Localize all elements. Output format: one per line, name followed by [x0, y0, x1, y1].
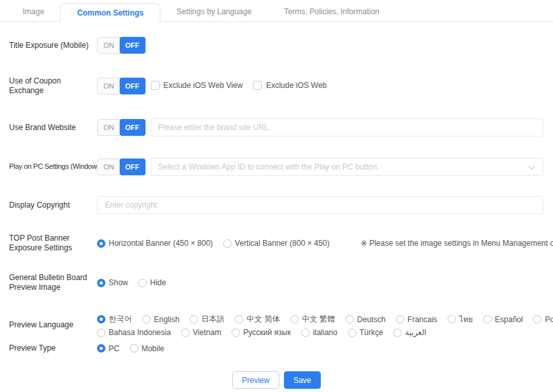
- radio-icon[interactable]: [232, 329, 240, 337]
- toggle-on-button[interactable]: ON: [97, 78, 121, 94]
- radio-option[interactable]: Русский язык: [232, 328, 291, 337]
- radio-label: Show: [109, 278, 128, 287]
- radio-option[interactable]: Show: [97, 278, 128, 287]
- preview-type-label: Preview Type: [9, 343, 97, 353]
- tab-settings-by-language[interactable]: Settings by Language: [160, 3, 268, 21]
- tab-terms-policies-information[interactable]: Terms, Policies, Information: [268, 3, 395, 21]
- row-bulletin-preview: General Bulletin Board Preview Image Sho…: [0, 273, 553, 292]
- radio-label: 한국어: [109, 314, 132, 325]
- radio-icon[interactable]: [483, 315, 492, 323]
- radio-icon[interactable]: [190, 315, 198, 323]
- save-button[interactable]: Save: [284, 371, 321, 389]
- radio-option[interactable]: 日本語: [190, 314, 224, 325]
- radio-label: Vertical Banner (800 × 450): [235, 239, 329, 248]
- preview-language-label: Preview Language: [9, 320, 97, 330]
- row-display-copyright: Display Copyright: [0, 196, 553, 214]
- toggle-off-button[interactable]: OFF: [120, 158, 146, 175]
- top-banner-label: TOP Post Banner Exposure Settings: [9, 234, 97, 253]
- toggle-off-button[interactable]: OFF: [120, 37, 146, 54]
- play-on-pc-toggle: ON OFF: [97, 158, 146, 175]
- brand-site-url-input[interactable]: [151, 118, 544, 136]
- radio-option[interactable]: Vietnam: [181, 328, 221, 337]
- radio-icon[interactable]: [130, 344, 138, 353]
- radio-icon[interactable]: [345, 315, 354, 323]
- radio-line: Horizontal Banner (450 × 800)Vertical Ba…: [97, 239, 340, 248]
- radio-icon[interactable]: [448, 315, 456, 323]
- radio-option[interactable]: ไทย: [448, 313, 473, 325]
- radio-icon[interactable]: [301, 329, 310, 337]
- radio-option[interactable]: Español: [483, 315, 523, 324]
- top-banner-note: ※ Please set the image settings in Menu …: [361, 239, 553, 248]
- radio-icon[interactable]: [97, 329, 105, 337]
- top-banner-radio-group: Horizontal Banner (450 × 800)Vertical Ba…: [97, 239, 340, 248]
- brand-website-label: Use Brand Website: [9, 123, 97, 133]
- radio-option[interactable]: Português: [533, 315, 553, 324]
- toggle-off-button[interactable]: OFF: [120, 119, 146, 136]
- radio-icon[interactable]: [235, 315, 243, 323]
- radio-option[interactable]: العربية: [393, 328, 426, 337]
- row-preview-type: Preview Type PCMobile: [0, 343, 553, 353]
- row-title-exposure: Title Exposure (Mobile) ON OFF: [0, 37, 553, 54]
- radio-icon[interactable]: [396, 315, 404, 323]
- radio-option[interactable]: Francais: [396, 315, 437, 324]
- radio-label: 中文 简体: [246, 314, 279, 325]
- toggle-on-button[interactable]: ON: [97, 119, 121, 136]
- radio-icon[interactable]: [290, 315, 299, 323]
- checkbox-option[interactable]: Exclude iOS Web View: [151, 81, 243, 90]
- title-exposure-toggle: ON OFF: [97, 37, 146, 54]
- radio-option[interactable]: 한국어: [97, 314, 132, 325]
- radio-option[interactable]: Türkçe: [348, 328, 384, 337]
- play-on-pc-label: Play on PC Settings (Windows): [9, 162, 97, 171]
- radio-line: PCMobile: [97, 344, 175, 353]
- radio-option[interactable]: italiano: [301, 328, 338, 337]
- radio-option[interactable]: 中文 繁體: [290, 314, 335, 325]
- radio-option[interactable]: Bahasa Indonesia: [97, 328, 171, 337]
- radio-line: Bahasa IndonesiaVietnamРусский языкitali…: [97, 328, 553, 337]
- radio-icon[interactable]: [138, 279, 147, 287]
- radio-label: Türkçe: [360, 328, 384, 337]
- checkbox-icon[interactable]: [151, 81, 160, 90]
- radio-label: Português: [545, 315, 553, 324]
- radio-icon[interactable]: [393, 329, 402, 337]
- radio-label: English: [154, 315, 179, 324]
- radio-option[interactable]: Deutsch: [345, 315, 385, 324]
- tab-bar: Image Common Settings Settings by Langua…: [0, 0, 553, 22]
- tab-common-settings[interactable]: Common Settings: [60, 3, 160, 22]
- checkbox-option[interactable]: Exclude iOS Web: [253, 81, 327, 90]
- radio-icon[interactable]: [223, 239, 232, 248]
- windows-app-id-select-placeholder: Select a Windows App ID to connect with …: [158, 162, 380, 171]
- radio-option[interactable]: Vertical Banner (800 × 450): [223, 239, 329, 248]
- bulletin-preview-radio-group: ShowHide: [97, 278, 177, 287]
- radio-icon[interactable]: [533, 315, 541, 323]
- radio-icon[interactable]: [97, 279, 105, 287]
- checkbox-icon[interactable]: [253, 81, 262, 90]
- radio-icon[interactable]: [142, 315, 151, 323]
- row-top-banner: TOP Post Banner Exposure Settings Horizo…: [0, 234, 553, 253]
- radio-line: 한국어English日本語中文 简体中文 繁體DeutschFrancaisไท…: [97, 313, 553, 325]
- radio-option[interactable]: Horizontal Banner (450 × 800): [97, 239, 213, 248]
- radio-option[interactable]: Mobile: [130, 344, 164, 353]
- radio-icon[interactable]: [348, 329, 356, 337]
- radio-icon[interactable]: [181, 329, 190, 337]
- copyright-input[interactable]: [97, 196, 543, 214]
- toggle-off-button[interactable]: OFF: [120, 78, 146, 94]
- row-coupon-exchange: Use of Coupon Exchange ON OFF Exclude iO…: [0, 76, 553, 96]
- radio-label: italiano: [313, 328, 338, 337]
- radio-icon[interactable]: [97, 315, 105, 323]
- radio-label: Francais: [407, 315, 437, 324]
- windows-app-id-select[interactable]: Select a Windows App ID to connect with …: [151, 158, 544, 176]
- radio-option[interactable]: PC: [97, 344, 120, 353]
- radio-label: Русский язык: [243, 328, 291, 337]
- toggle-on-button[interactable]: ON: [97, 158, 121, 175]
- radio-option[interactable]: English: [142, 315, 179, 324]
- radio-icon[interactable]: [97, 239, 105, 248]
- radio-label: Horizontal Banner (450 × 800): [109, 239, 213, 248]
- radio-option[interactable]: 中文 简体: [235, 314, 279, 325]
- row-brand-website: Use Brand Website ON OFF: [0, 118, 553, 136]
- radio-label: PC: [109, 344, 120, 353]
- preview-button[interactable]: Preview: [232, 371, 279, 389]
- tab-image[interactable]: Image: [6, 3, 60, 21]
- radio-icon[interactable]: [97, 344, 105, 353]
- radio-option[interactable]: Hide: [138, 278, 166, 287]
- toggle-on-button[interactable]: ON: [97, 37, 121, 54]
